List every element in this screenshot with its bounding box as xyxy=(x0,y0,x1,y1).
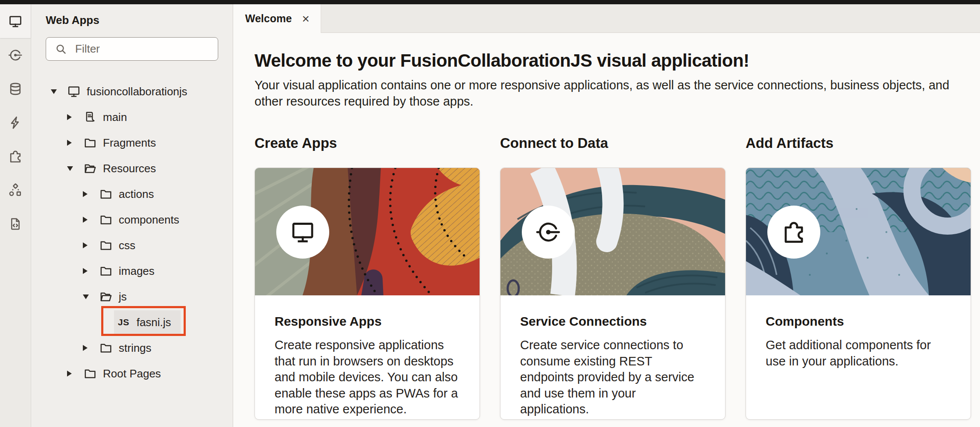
card-icon-circle xyxy=(276,206,329,259)
tree-item-fusioncollaborationjs[interactable]: fusioncollaborationjs xyxy=(31,79,233,104)
monitor-icon xyxy=(67,85,81,98)
web-apps-panel: Web Apps fusioncollaborationjs main Frag… xyxy=(31,4,233,427)
folder-icon xyxy=(99,239,113,252)
close-icon[interactable]: × xyxy=(302,12,310,25)
search-icon xyxy=(55,43,67,56)
tree-item-main[interactable]: main xyxy=(31,104,233,130)
card-icon-circle xyxy=(522,206,575,259)
tree-item-root-pages[interactable]: Root Pages xyxy=(31,361,233,386)
selected-tree-item[interactable]: JS fasni.js xyxy=(114,310,181,334)
card-illustration xyxy=(500,168,725,295)
monitor-icon xyxy=(290,219,316,245)
caret-right-icon[interactable] xyxy=(83,217,92,223)
caret-down-icon[interactable] xyxy=(67,166,76,171)
caret-right-icon[interactable] xyxy=(67,114,76,120)
lightning-icon xyxy=(8,115,23,130)
tree-item-actions[interactable]: actions xyxy=(31,181,233,207)
card-illustration xyxy=(746,168,971,295)
rail-item-layouts[interactable] xyxy=(0,173,31,207)
section-header: Connect to Data xyxy=(500,135,725,152)
section-header: Add Artifacts xyxy=(746,135,971,152)
folder-open-icon xyxy=(83,162,97,175)
caret-right-icon[interactable] xyxy=(67,140,76,146)
tree-item-strings[interactable]: strings xyxy=(31,335,233,361)
code-file-icon xyxy=(8,217,23,231)
section-header: Create Apps xyxy=(255,135,480,152)
editor-tab-strip: Welcome × xyxy=(233,4,980,33)
card-service-connections[interactable]: Service Connections Create service conne… xyxy=(500,168,725,420)
caret-right-icon[interactable] xyxy=(83,268,92,274)
page-title: Welcome to your FusionCollaborationJS vi… xyxy=(255,50,963,71)
service-connection-icon xyxy=(535,219,561,245)
welcome-page: Welcome to your FusionCollaborationJS vi… xyxy=(233,33,980,420)
rail-item-processes[interactable] xyxy=(0,106,31,139)
card-description: Create service connections to consume ex… xyxy=(520,337,705,418)
tree-item-js[interactable]: js xyxy=(31,284,233,309)
rail-item-business-objects[interactable] xyxy=(0,72,31,106)
database-icon xyxy=(8,82,23,96)
folder-open-icon xyxy=(99,290,113,303)
welcome-columns: Create Apps xyxy=(255,135,963,420)
card-components[interactable]: Components Get additional components for… xyxy=(746,168,971,420)
tree-item-fragments[interactable]: Fragments xyxy=(31,130,233,156)
monitor-icon xyxy=(8,14,23,29)
card-description: Get additional components for use in you… xyxy=(766,337,951,369)
navigator-icon-rail xyxy=(0,4,31,427)
page-subtitle: Your visual application contains one or … xyxy=(255,77,961,109)
folder-icon xyxy=(99,187,113,201)
tree-item-fasni-js[interactable]: JS fasni.js xyxy=(31,309,233,335)
tree-item-css[interactable]: css xyxy=(31,233,233,258)
caret-down-icon[interactable] xyxy=(51,89,60,94)
caret-right-icon[interactable] xyxy=(83,191,92,197)
editor-area: Welcome × Welcome to your FusionCollabor… xyxy=(233,4,980,427)
rail-item-components[interactable] xyxy=(0,139,31,173)
tree-item-components[interactable]: components xyxy=(31,207,233,233)
filter-field[interactable] xyxy=(46,37,218,61)
folder-icon xyxy=(99,213,113,227)
rail-item-web-apps[interactable] xyxy=(0,4,31,38)
panel-title: Web Apps xyxy=(46,14,233,27)
page-icon xyxy=(83,110,97,124)
card-description: Create responsive applications that run … xyxy=(275,337,460,418)
folder-icon xyxy=(99,264,113,278)
caret-down-icon[interactable] xyxy=(83,294,92,299)
section-create-apps: Create Apps xyxy=(255,135,480,420)
puzzle-icon xyxy=(8,149,23,164)
card-title: Responsive Apps xyxy=(275,314,460,329)
service-connection-icon xyxy=(8,48,23,62)
folder-icon xyxy=(83,367,97,380)
caret-right-icon[interactable] xyxy=(83,242,92,248)
card-illustration xyxy=(255,168,480,295)
card-text: Responsive Apps Create responsive applic… xyxy=(255,295,480,418)
folder-icon xyxy=(99,341,113,355)
caret-right-icon[interactable] xyxy=(67,371,76,377)
section-add-artifacts: Add Artifacts xyxy=(746,135,971,420)
folder-icon xyxy=(83,136,97,150)
puzzle-icon xyxy=(781,219,807,245)
tab-welcome[interactable]: Welcome × xyxy=(233,4,321,33)
window-top-bar xyxy=(0,0,980,4)
shapes-icon xyxy=(8,183,23,197)
visual-builder-app: Web Apps fusioncollaborationjs main Frag… xyxy=(0,4,980,427)
section-connect-to-data: Connect to Data xyxy=(500,135,725,420)
rail-item-source[interactable] xyxy=(0,207,31,241)
tree-item-resources[interactable]: Resources xyxy=(31,156,233,181)
caret-right-icon[interactable] xyxy=(83,345,92,351)
js-file-badge: JS xyxy=(118,317,129,327)
tree-item-images[interactable]: images xyxy=(31,258,233,284)
card-responsive-apps[interactable]: Responsive Apps Create responsive applic… xyxy=(255,168,480,420)
card-title: Components xyxy=(766,314,951,329)
card-text: Service Connections Create service conne… xyxy=(500,295,725,418)
card-icon-circle xyxy=(767,206,820,259)
rail-item-service-connections[interactable] xyxy=(0,38,31,72)
web-apps-tree: fusioncollaborationjs main Fragments Res… xyxy=(31,79,233,386)
card-title: Service Connections xyxy=(520,314,705,329)
card-text: Components Get additional components for… xyxy=(746,295,971,369)
filter-input[interactable] xyxy=(75,42,211,56)
